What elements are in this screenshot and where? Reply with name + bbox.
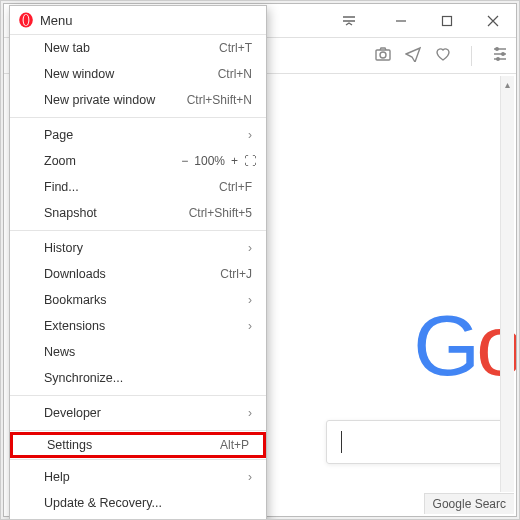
zoom-value: 100% [194, 154, 225, 168]
menu-item-snapshot[interactable]: SnapshotCtrl+Shift+5 [10, 200, 266, 226]
minimize-button[interactable] [378, 5, 424, 37]
menu-item-new-tab[interactable]: New tabCtrl+T [10, 35, 266, 61]
menu-separator [10, 430, 266, 431]
menu-separator [10, 459, 266, 460]
menu-header: Menu [10, 6, 266, 35]
menu-item-page[interactable]: Page› [10, 122, 266, 148]
menu-separator [10, 117, 266, 118]
menu-item-developer[interactable]: Developer› [10, 400, 266, 426]
zoom-out-button[interactable]: − [181, 154, 188, 168]
menu-item-help[interactable]: Help› [10, 464, 266, 490]
menu-item-new-window[interactable]: New windowCtrl+N [10, 61, 266, 87]
easy-setup-icon[interactable] [492, 46, 508, 66]
chevron-right-icon: › [242, 128, 252, 142]
text-caret [341, 431, 342, 453]
menu-item-update-recovery[interactable]: Update & Recovery... [10, 490, 266, 516]
heart-icon[interactable] [435, 46, 451, 66]
menu-item-synchronize[interactable]: Synchronize... [10, 365, 266, 391]
chevron-right-icon: › [242, 241, 252, 255]
window-controls [378, 4, 516, 37]
svg-point-2 [380, 52, 386, 58]
menu-item-new-private-window[interactable]: New private windowCtrl+Shift+N [10, 87, 266, 113]
menu-separator [10, 395, 266, 396]
fullscreen-icon[interactable]: ⛶ [244, 154, 256, 168]
svg-point-8 [24, 15, 29, 26]
chevron-right-icon: › [242, 406, 252, 420]
menu-item-settings[interactable]: SettingsAlt+P [10, 432, 266, 458]
menu-separator [10, 230, 266, 231]
menu-item-zoom[interactable]: Zoom − 100% + ⛶ [10, 148, 266, 174]
send-icon[interactable] [405, 46, 421, 66]
address-bar-actions [375, 46, 508, 66]
menu-item-history[interactable]: History› [10, 235, 266, 261]
tab-overview-button[interactable] [326, 5, 372, 37]
chevron-right-icon: › [242, 293, 252, 307]
svg-point-4 [502, 52, 505, 55]
menu-title: Menu [40, 13, 73, 28]
menu-item-extensions[interactable]: Extensions› [10, 313, 266, 339]
svg-point-5 [497, 57, 500, 60]
close-button[interactable] [470, 5, 516, 37]
vertical-scrollbar[interactable]: ▴ [500, 76, 514, 492]
separator [471, 46, 472, 66]
svg-point-3 [496, 47, 499, 50]
menu-item-find[interactable]: Find...Ctrl+F [10, 174, 266, 200]
search-input[interactable] [326, 420, 506, 464]
maximize-button[interactable] [424, 5, 470, 37]
opera-icon [18, 12, 34, 28]
logo-letter-g: G [413, 297, 476, 393]
zoom-in-button[interactable]: + [231, 154, 238, 168]
scroll-up-icon[interactable]: ▴ [501, 76, 514, 92]
chevron-right-icon: › [242, 319, 252, 333]
menu-item-downloads[interactable]: DownloadsCtrl+J [10, 261, 266, 287]
menu-item-bookmarks[interactable]: Bookmarks› [10, 287, 266, 313]
main-menu: Menu New tabCtrl+T New windowCtrl+N New … [9, 5, 267, 520]
status-label: Google Searc [424, 493, 514, 514]
svg-rect-0 [443, 16, 452, 25]
menu-item-news[interactable]: News [10, 339, 266, 365]
camera-icon[interactable] [375, 46, 391, 66]
chevron-right-icon: › [242, 470, 252, 484]
